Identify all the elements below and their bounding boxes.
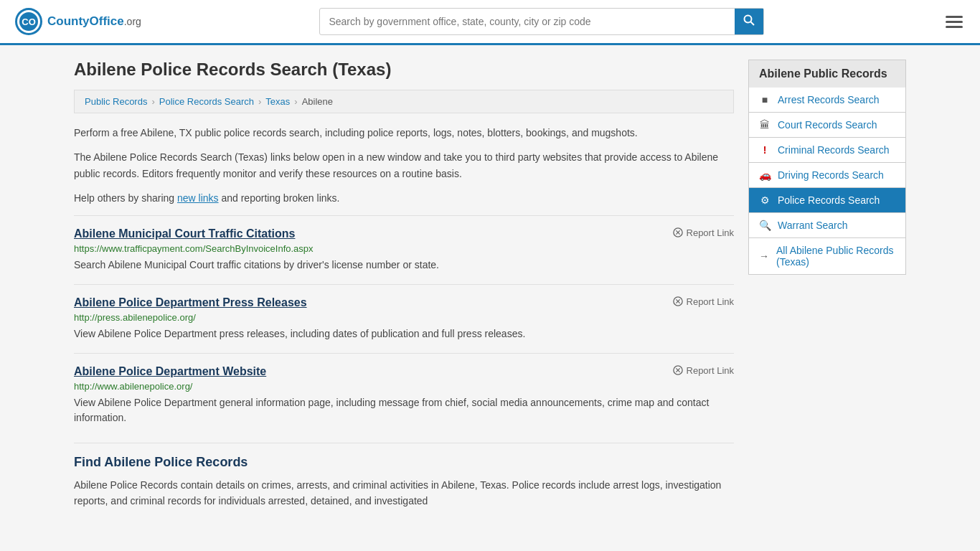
sidebar-item-label-criminal: Criminal Records Search: [778, 144, 890, 156]
result-header-1: Abilene Police Department Press Releases…: [74, 296, 734, 309]
report-link-btn-1[interactable]: Report Link: [673, 296, 734, 307]
sidebar-item-arrest-records[interactable]: ■ Arrest Records Search: [748, 88, 906, 113]
sidebar-item-label-warrant: Warrant Search: [778, 220, 848, 231]
menu-bar-3: [946, 26, 963, 28]
police-records-icon: ⚙: [759, 194, 771, 206]
breadcrumb-texas[interactable]: Texas: [265, 96, 290, 107]
driving-records-icon: 🚗: [759, 169, 771, 181]
sidebar-item-driving-records[interactable]: 🚗 Driving Records Search: [748, 163, 906, 188]
sidebar-title: Abilene Public Records: [748, 60, 906, 88]
result-item-2: Abilene Police Department Website Report…: [74, 353, 734, 437]
logo-text: CountyOffice.org: [47, 14, 141, 29]
sidebar-item-warrant-search[interactable]: 🔍 Warrant Search: [748, 213, 906, 238]
sidebar-all-records-label: All Abilene Public Records (Texas): [776, 245, 895, 268]
search-icon: [743, 14, 755, 26]
report-link-btn-2[interactable]: Report Link: [673, 365, 734, 376]
sidebar-all-records-link[interactable]: → All Abilene Public Records (Texas): [748, 238, 906, 275]
find-section: Find Abilene Police Records Abilene Poli…: [74, 443, 734, 509]
sidebar-item-criminal-records[interactable]: ! Criminal Records Search: [748, 138, 906, 163]
sidebar: Abilene Public Records ■ Arrest Records …: [748, 60, 906, 517]
search-area: [319, 8, 764, 35]
svg-text:CO: CO: [22, 17, 36, 27]
menu-button[interactable]: [943, 13, 966, 31]
breadcrumb-public-records[interactable]: Public Records: [85, 96, 147, 107]
page-title: Abilene Police Records Search (Texas): [74, 60, 734, 80]
find-title: Find Abilene Police Records: [74, 455, 734, 470]
sidebar-item-label-arrest: Arrest Records Search: [778, 94, 880, 105]
result-item-0: Abilene Municipal Court Traffic Citation…: [74, 215, 734, 284]
result-desc-0: Search Abilene Municipal Court traffic c…: [74, 258, 734, 273]
result-desc-2: View Abilene Police Department general i…: [74, 395, 734, 425]
search-input[interactable]: [320, 10, 735, 33]
report-icon-2: [673, 365, 683, 375]
result-url-2[interactable]: http://www.abilenepolice.org/: [74, 381, 734, 392]
logo-icon: CO: [14, 7, 43, 36]
sidebar-item-label-driving: Driving Records Search: [778, 169, 884, 181]
result-title-2[interactable]: Abilene Police Department Website: [74, 365, 266, 378]
report-icon-0: [673, 227, 683, 237]
sidebar-item-label-court: Court Records Search: [778, 119, 877, 131]
description-para2: The Abilene Police Records Search (Texas…: [74, 149, 734, 182]
arrest-records-icon: ■: [759, 94, 771, 105]
result-url-0[interactable]: https://www.trafficpayment.com/SearchByI…: [74, 243, 734, 254]
result-desc-1: View Abilene Police Department press rel…: [74, 326, 734, 342]
report-link-btn-0[interactable]: Report Link: [673, 227, 734, 238]
result-item-1: Abilene Police Department Press Releases…: [74, 284, 734, 353]
all-records-arrow-icon: →: [759, 250, 769, 262]
court-records-icon: 🏛: [759, 119, 771, 131]
warrant-search-icon: 🔍: [759, 220, 771, 231]
find-description: Abilene Police Records contain details o…: [74, 477, 734, 509]
breadcrumb-abilene: Abilene: [302, 96, 333, 107]
result-header-0: Abilene Municipal Court Traffic Citation…: [74, 227, 734, 240]
result-title-0[interactable]: Abilene Municipal Court Traffic Citation…: [74, 227, 295, 240]
sidebar-item-label-police: Police Records Search: [778, 194, 880, 206]
svg-point-4: [745, 16, 752, 23]
header: CO CountyOffice.org: [0, 0, 980, 45]
new-links-link[interactable]: new links: [177, 192, 219, 204]
sidebar-item-court-records[interactable]: 🏛 Court Records Search: [748, 113, 906, 138]
result-url-1[interactable]: http://press.abilenepolice.org/: [74, 312, 734, 323]
svg-line-5: [751, 22, 755, 26]
menu-bar-1: [946, 16, 963, 18]
sidebar-item-police-records[interactable]: ⚙ Police Records Search: [748, 188, 906, 213]
breadcrumb: Public Records › Police Records Search ›…: [74, 90, 734, 113]
menu-bar-2: [946, 21, 963, 23]
result-title-1[interactable]: Abilene Police Department Press Releases: [74, 296, 307, 309]
description-para1: Perform a free Abilene, TX public police…: [74, 125, 734, 141]
main-container: Abilene Police Records Search (Texas) Pu…: [60, 45, 920, 532]
logo-area: CO CountyOffice.org: [14, 7, 141, 36]
content-area: Abilene Police Records Search (Texas) Pu…: [74, 60, 734, 517]
breadcrumb-police-records-search[interactable]: Police Records Search: [159, 96, 254, 107]
report-icon-1: [673, 296, 683, 306]
search-button[interactable]: [735, 9, 763, 34]
criminal-records-icon: !: [759, 144, 771, 156]
result-header-2: Abilene Police Department Website Report…: [74, 365, 734, 378]
results-list: Abilene Municipal Court Traffic Citation…: [74, 215, 734, 437]
description-para3: Help others by sharing new links and rep…: [74, 190, 734, 206]
